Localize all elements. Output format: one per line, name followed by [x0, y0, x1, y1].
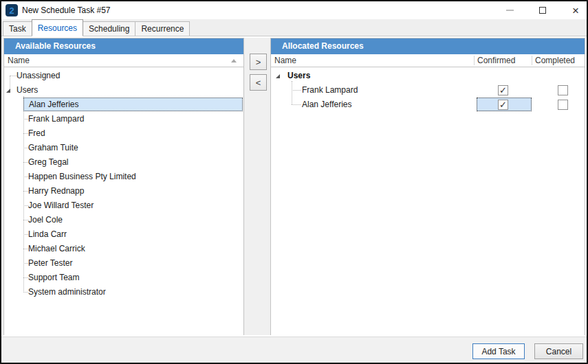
tree-item-label: Joel Cole: [23, 213, 243, 227]
tab-scheduling[interactable]: Scheduling: [83, 21, 135, 36]
confirmed-checkbox[interactable]: ✓: [498, 100, 508, 110]
tree-item-label: Harry Rednapp: [23, 184, 243, 198]
tree-item[interactable]: Linda Carr: [4, 227, 243, 242]
tree-item[interactable]: Fred: [4, 126, 243, 141]
allocated-row[interactable]: Alan Jefferies: [271, 98, 585, 112]
tree-item[interactable]: Peter Tester: [4, 256, 243, 271]
tree-item-label: Frank Lampard: [23, 112, 243, 126]
allocated-name-label: Alan Jefferies: [302, 98, 352, 111]
tab-task[interactable]: Task: [3, 21, 32, 36]
transfer-controls: > <: [244, 38, 270, 335]
tree-item[interactable]: Users: [4, 83, 243, 98]
allocated-resources-header: Allocated Resources: [271, 38, 585, 54]
tree-item-label: Joe Willard Tester: [23, 198, 243, 212]
tree-item-label: Happen Business Pty Limited: [23, 170, 243, 183]
tree-item-label: System administrator: [23, 285, 243, 299]
tree-connector-stub: [292, 104, 301, 105]
column-header-completed[interactable]: Completed: [535, 54, 575, 67]
column-separator: [532, 56, 532, 65]
dialog-window: 2 New Schedule Task #57 × TaskResourcesS…: [0, 0, 588, 364]
tree-item[interactable]: Joel Cole: [4, 213, 243, 227]
footer-bar: Add Task Cancel: [1, 337, 587, 363]
column-header-confirmed[interactable]: Confirmed: [477, 54, 515, 67]
minimize-button[interactable]: [499, 1, 521, 19]
tree-item-label: Peter Tester: [23, 256, 243, 270]
tree-group-row[interactable]: Users: [271, 69, 585, 83]
tree-item-label: Users: [17, 83, 38, 97]
confirmed-checkbox[interactable]: ✓: [498, 85, 508, 95]
close-button[interactable]: ×: [565, 1, 587, 19]
maximize-icon: [539, 7, 546, 14]
tree-item[interactable]: Graham Tuite: [4, 141, 243, 155]
completed-checkbox[interactable]: [558, 85, 568, 95]
tree-group-label: Users: [287, 69, 310, 82]
allocated-column-headers[interactable]: Name Confirmed Completed: [271, 54, 585, 67]
tree-item[interactable]: Support Team: [4, 271, 243, 285]
close-icon: ×: [572, 5, 579, 16]
column-header-name[interactable]: Name: [274, 54, 296, 67]
tree-item[interactable]: Happen Business Pty Limited: [4, 170, 243, 184]
column-separator: [474, 56, 475, 65]
tree-item[interactable]: Joe Willard Tester: [4, 198, 243, 213]
name-column-label: Name: [8, 54, 30, 67]
tree-item[interactable]: Greg Tegal: [4, 155, 243, 170]
tree-item[interactable]: Unassigned: [4, 69, 243, 83]
available-name-column-header[interactable]: Name: [4, 54, 243, 67]
minimize-icon: [506, 10, 514, 11]
tree-item-label: Support Team: [23, 271, 243, 284]
tree-item[interactable]: Alan Jefferies: [4, 98, 243, 112]
tree-item-label: Fred: [23, 126, 243, 140]
completed-checkbox[interactable]: [558, 100, 568, 110]
allocated-resources-grid: UsersFrank Lampard✓Alan Jefferies✓: [271, 67, 585, 336]
allocated-row[interactable]: Frank Lampard: [271, 83, 585, 98]
tab-recurrence[interactable]: Recurrence: [135, 21, 190, 36]
tab-bar: TaskResourcesSchedulingRecurrence: [1, 19, 587, 36]
allocated-resources-panel: Allocated Resources Name Confirmed Compl…: [270, 38, 585, 335]
maximize-button[interactable]: [532, 1, 554, 19]
available-resources-tree: UnassignedUsersAlan JefferiesFrank Lampa…: [4, 67, 243, 336]
tree-item-label: Graham Tuite: [23, 141, 243, 155]
tree-connector-stub: [292, 90, 301, 91]
tree-item-label: Linda Carr: [23, 227, 243, 241]
tree-connector-stub: [10, 76, 17, 76]
tree-item[interactable]: System administrator: [4, 285, 243, 299]
window-title: New Schedule Task #57: [22, 1, 111, 19]
title-bar: 2 New Schedule Task #57 ×: [1, 1, 587, 19]
move-left-button[interactable]: <: [250, 74, 267, 91]
add-task-button[interactable]: Add Task: [472, 343, 525, 359]
tree-item[interactable]: Frank Lampard: [4, 112, 243, 126]
tree-item-label: Unassigned: [17, 69, 60, 82]
tree-item-label: Greg Tegal: [23, 155, 243, 169]
expanded-node-icon[interactable]: [6, 89, 10, 93]
tree-item-label: Alan Jefferies: [23, 98, 243, 111]
allocated-name-label: Frank Lampard: [302, 83, 358, 97]
tree-item[interactable]: Harry Rednapp: [4, 184, 243, 198]
app-icon: 2: [6, 4, 18, 16]
expanded-node-icon[interactable]: [276, 74, 280, 78]
tree-item[interactable]: Michael Carrick: [4, 242, 243, 256]
move-right-button[interactable]: >: [250, 54, 267, 70]
tab-resources[interactable]: Resources: [32, 19, 83, 36]
tree-item-label: Michael Carrick: [23, 242, 243, 255]
app-icon-glyph: 2: [9, 6, 14, 15]
sort-ascending-icon: [231, 59, 237, 62]
available-resources-header: Available Resources: [4, 38, 243, 54]
window-controls: ×: [499, 1, 587, 19]
available-resources-panel: Available Resources Name UnassignedUsers…: [3, 38, 244, 335]
cancel-button[interactable]: Cancel: [534, 343, 583, 359]
